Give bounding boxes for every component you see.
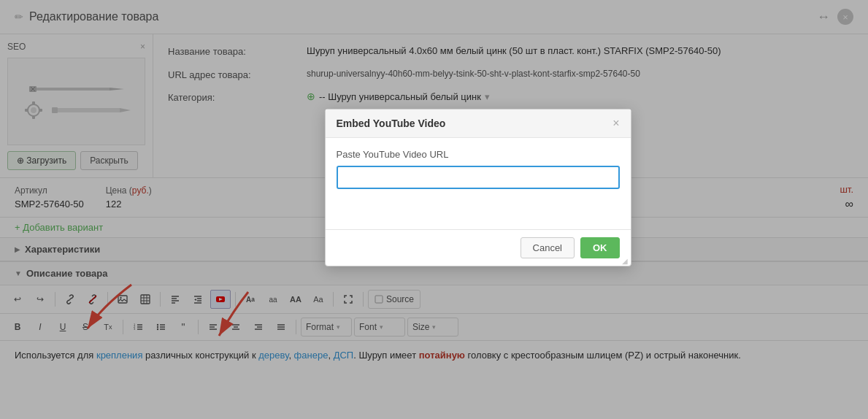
- youtube-url-input[interactable]: [337, 166, 620, 189]
- modal-header: Embed YouTube Video ×: [326, 109, 631, 138]
- youtube-modal: Embed YouTube Video × Paste YouTube Vide…: [325, 109, 631, 266]
- modal-overlay: Embed YouTube Video × Paste YouTube Vide…: [0, 0, 868, 419]
- modal-body: Paste YouTube Video URL: [326, 138, 631, 229]
- modal-spacer: [337, 189, 620, 218]
- modal-input-label: Paste YouTube Video URL: [337, 149, 620, 160]
- ok-button[interactable]: OK: [580, 237, 620, 258]
- modal-resize-handle[interactable]: ◢: [622, 257, 631, 266]
- modal-close-button[interactable]: ×: [612, 117, 619, 130]
- modal-footer: Cancel OK: [326, 229, 631, 266]
- cancel-button[interactable]: Cancel: [521, 237, 575, 258]
- modal-title-text: Embed YouTube Video: [337, 118, 446, 129]
- page-wrapper: ✏ Редактирование товара ↔ × SEO ×: [0, 0, 868, 419]
